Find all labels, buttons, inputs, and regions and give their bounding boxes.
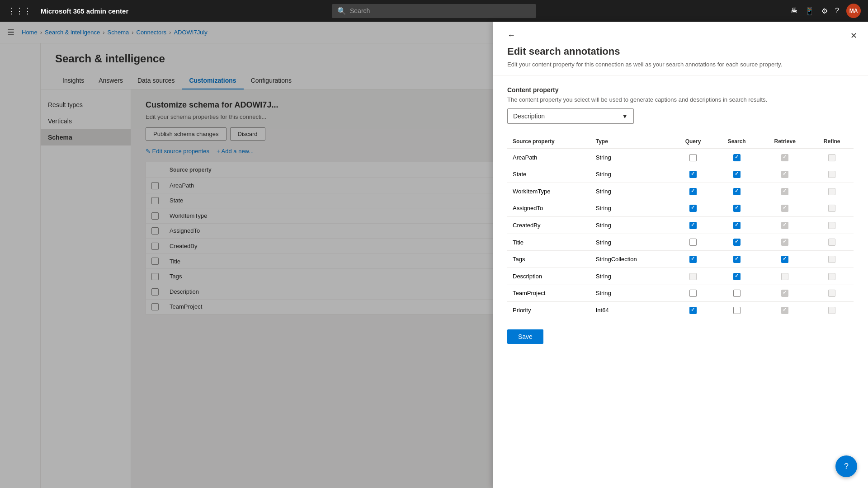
panel-body: Content property The content property yo… bbox=[493, 75, 868, 488]
anno-refine-cell bbox=[810, 217, 854, 234]
checkbox[interactable] bbox=[689, 154, 697, 161]
checkbox bbox=[781, 307, 788, 314]
anno-type: String bbox=[590, 166, 672, 183]
checkbox[interactable] bbox=[733, 290, 741, 297]
checkbox[interactable] bbox=[733, 171, 741, 178]
checkbox bbox=[781, 154, 788, 161]
anno-retrieve-cell bbox=[760, 166, 810, 183]
anno-property: CreatedBy bbox=[507, 217, 590, 234]
app-title: Microsoft 365 admin center bbox=[41, 7, 128, 15]
checkbox[interactable] bbox=[733, 273, 741, 280]
help-icon[interactable]: ? bbox=[835, 7, 839, 15]
checkbox[interactable] bbox=[733, 154, 741, 161]
anno-refine-cell bbox=[810, 285, 854, 302]
checkbox bbox=[781, 222, 788, 229]
checkbox bbox=[828, 239, 835, 246]
search-icon: 🔍 bbox=[337, 7, 346, 15]
panel-close-icon[interactable]: ✕ bbox=[850, 31, 857, 41]
avatar[interactable]: MA bbox=[846, 4, 861, 18]
anno-search-cell bbox=[714, 234, 760, 251]
annotation-row: State String bbox=[507, 166, 854, 183]
anno-query-cell bbox=[672, 149, 714, 166]
anno-refine-cell bbox=[810, 267, 854, 285]
anno-type: String bbox=[590, 234, 672, 251]
anno-type: Int64 bbox=[590, 302, 672, 319]
anno-retrieve-cell bbox=[760, 285, 810, 302]
help-bubble[interactable]: ? bbox=[835, 455, 857, 477]
col-search: Search bbox=[714, 135, 760, 149]
checkbox bbox=[828, 290, 835, 297]
anno-query-cell bbox=[672, 234, 714, 251]
checkbox bbox=[828, 273, 835, 280]
anno-retrieve-cell bbox=[760, 183, 810, 200]
annotation-row: TeamProject String bbox=[507, 285, 854, 302]
checkbox[interactable] bbox=[689, 239, 697, 246]
annotation-row: AssignedTo String bbox=[507, 200, 854, 217]
annotation-row: Title String bbox=[507, 234, 854, 251]
checkbox[interactable] bbox=[733, 188, 741, 195]
mobile-icon[interactable]: 📱 bbox=[805, 7, 814, 15]
anno-type: String bbox=[590, 149, 672, 166]
panel-header: ← ✕ Edit search annotations Edit your co… bbox=[493, 22, 868, 75]
search-input[interactable] bbox=[350, 7, 531, 14]
checkbox[interactable] bbox=[733, 205, 741, 212]
annotation-row: AreaPath String bbox=[507, 149, 854, 166]
anno-refine-cell bbox=[810, 166, 854, 183]
checkbox bbox=[828, 256, 835, 263]
anno-search-cell bbox=[714, 285, 760, 302]
anno-retrieve-cell bbox=[760, 267, 810, 285]
anno-type: StringCollection bbox=[590, 251, 672, 268]
anno-query-cell bbox=[672, 285, 714, 302]
anno-retrieve-cell bbox=[760, 234, 810, 251]
checkbox[interactable] bbox=[689, 290, 697, 297]
top-nav: ⋮⋮⋮ Microsoft 365 admin center 🔍 🖶 📱 ⚙ ?… bbox=[0, 0, 868, 22]
checkbox[interactable] bbox=[689, 307, 697, 314]
anno-retrieve-cell bbox=[760, 149, 810, 166]
anno-query-cell bbox=[672, 267, 714, 285]
checkbox[interactable] bbox=[733, 307, 741, 314]
anno-type: String bbox=[590, 267, 672, 285]
monitor-icon[interactable]: 🖶 bbox=[791, 7, 798, 15]
anno-property: Title bbox=[507, 234, 590, 251]
waffle-icon[interactable]: ⋮⋮⋮ bbox=[7, 6, 32, 16]
checkbox[interactable] bbox=[689, 188, 697, 195]
annotations-table: Source property Type Query Search Retrie… bbox=[507, 135, 854, 319]
anno-search-cell bbox=[714, 200, 760, 217]
col-type: Type bbox=[590, 135, 672, 149]
annotation-row: CreatedBy String bbox=[507, 217, 854, 234]
content-property-dropdown[interactable]: Description ▼ bbox=[507, 108, 634, 124]
annotation-row: Tags StringCollection bbox=[507, 251, 854, 268]
checkbox bbox=[781, 171, 788, 178]
checkbox[interactable] bbox=[689, 222, 697, 229]
settings-icon[interactable]: ⚙ bbox=[821, 7, 828, 15]
anno-search-cell bbox=[714, 267, 760, 285]
checkbox[interactable] bbox=[733, 222, 741, 229]
anno-type: String bbox=[590, 183, 672, 200]
checkbox bbox=[828, 205, 835, 212]
anno-property: TeamProject bbox=[507, 285, 590, 302]
anno-retrieve-cell bbox=[760, 200, 810, 217]
anno-retrieve-cell bbox=[760, 302, 810, 319]
checkbox bbox=[781, 205, 788, 212]
checkbox[interactable] bbox=[689, 171, 697, 178]
checkbox[interactable] bbox=[689, 205, 697, 212]
anno-search-cell bbox=[714, 166, 760, 183]
checkbox bbox=[828, 222, 835, 229]
checkbox[interactable] bbox=[689, 256, 697, 263]
anno-query-cell bbox=[672, 200, 714, 217]
checkbox[interactable] bbox=[733, 239, 741, 246]
anno-refine-cell bbox=[810, 183, 854, 200]
col-retrieve: Retrieve bbox=[760, 135, 810, 149]
top-nav-icons: 🖶 📱 ⚙ ? MA bbox=[791, 4, 861, 18]
panel-description: Edit your content property for this conn… bbox=[507, 61, 854, 68]
anno-type: String bbox=[590, 217, 672, 234]
save-button[interactable]: Save bbox=[507, 329, 543, 344]
checkbox bbox=[781, 273, 788, 280]
panel-back-icon[interactable]: ← bbox=[507, 31, 515, 40]
search-bar[interactable]: 🔍 bbox=[332, 4, 536, 18]
checkbox[interactable] bbox=[733, 256, 741, 263]
anno-refine-cell bbox=[810, 302, 854, 319]
anno-search-cell bbox=[714, 217, 760, 234]
anno-property: State bbox=[507, 166, 590, 183]
checkbox[interactable] bbox=[781, 256, 788, 263]
